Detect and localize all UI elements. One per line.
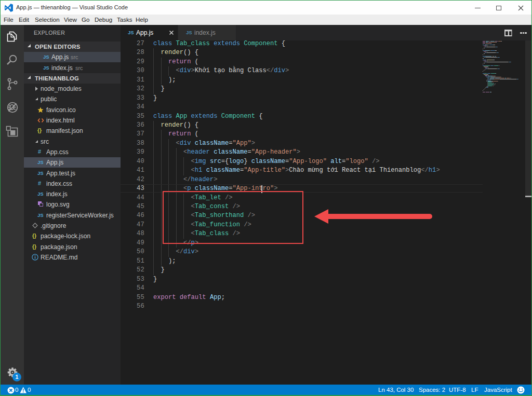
svg-text:1: 1 (16, 374, 19, 380)
